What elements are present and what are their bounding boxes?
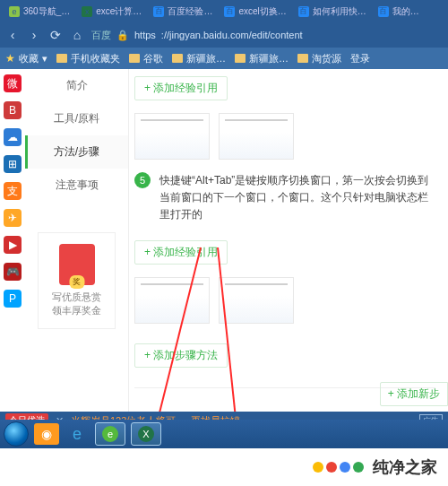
thumbnail[interactable]: [219, 113, 294, 160]
back-icon[interactable]: ‹: [5, 28, 20, 42]
bookmark-label: 登录: [350, 52, 370, 65]
rail-bilibili-icon[interactable]: B: [4, 101, 22, 119]
tab-3[interactable]: 百excel切换…: [219, 0, 291, 22]
dot-icon: [340, 462, 350, 473]
add-reference-button[interactable]: + 添加经验引用: [134, 240, 228, 265]
editor-main: + 添加经验引用 5 快捷键“Alt+Tab”是键按顺序切换窗口，第一次按会切换…: [129, 69, 448, 412]
rail-video-icon[interactable]: ▶: [4, 236, 22, 254]
bookmark-bar: ★收藏 ▾ 手机收藏夹 谷歌 新疆旅… 新疆旅… 淘货源 登录: [0, 48, 448, 69]
rail-travel-icon[interactable]: ✈: [4, 209, 22, 227]
tab-label: 如何利用快…: [313, 5, 366, 18]
tab-favicon: e: [9, 6, 20, 17]
forward-icon[interactable]: ›: [27, 28, 41, 42]
rail-alipay-icon[interactable]: 支: [4, 182, 22, 200]
folder-icon: [129, 54, 140, 63]
reward-gift-icon: [59, 244, 95, 285]
browser-icon: e: [102, 426, 118, 442]
bookmark-taobao[interactable]: 淘货源: [297, 52, 341, 65]
page-content: 简介 工具/原料 方法/步骤 注意事项 写优质悬赏 领丰厚奖金 + 添加经验引用…: [25, 69, 448, 412]
reward-text-2: 领丰厚奖金: [44, 304, 109, 317]
tab-label: 我的…: [392, 5, 419, 18]
rail-grid-icon[interactable]: ⊞: [4, 155, 22, 173]
reward-card[interactable]: 写优质悬赏 领丰厚奖金: [38, 232, 116, 329]
nav-left-icons: ‹ › ⟳ ⌂: [5, 28, 84, 42]
browser-left-rail: 微 B ☁ ⊞ 支 ✈ ▶ 🎮 P: [0, 69, 25, 410]
tab-5[interactable]: 百我的…: [373, 0, 425, 22]
reload-icon[interactable]: ⟳: [48, 28, 63, 42]
tab-label: excel切换…: [238, 5, 286, 18]
tab-strip: e360导航_… xexce计算… 百百度经验… 百excel切换… 百如何利用…: [0, 0, 448, 22]
tab-2[interactable]: 百百度经验…: [148, 0, 218, 22]
watermark-logo: [313, 462, 364, 473]
tab-favicon: 百: [153, 6, 164, 17]
taskbar-excel-running[interactable]: X: [131, 422, 161, 446]
dot-icon: [313, 462, 323, 473]
nav-bar: ‹ › ⟳ ⌂ 百度 🔒 https://jingyan.baidu.com/e…: [0, 22, 448, 48]
sidebar-item-steps[interactable]: 方法/步骤: [25, 135, 128, 169]
bookmark-label: 淘货源: [312, 52, 341, 65]
dot-icon: [326, 462, 337, 473]
bookmark-label: 新疆旅…: [249, 52, 289, 65]
add-new-step-button[interactable]: + 添加新步: [380, 382, 448, 406]
tab-1[interactable]: xexce计算…: [76, 0, 147, 22]
thumbnail[interactable]: [134, 113, 210, 160]
add-step-method-button[interactable]: + 添加步骤方法: [134, 343, 228, 368]
rail-weibo-icon[interactable]: 微: [4, 74, 22, 92]
bookmark-mobile[interactable]: 手机收藏夹: [56, 52, 120, 65]
tab-favicon: 百: [298, 6, 309, 17]
bookmark-xj2[interactable]: 新疆旅…: [235, 52, 289, 65]
tab-favicon: 百: [378, 6, 389, 17]
sidebar-item-notes[interactable]: 注意事项: [25, 169, 128, 202]
folder-icon: [56, 54, 67, 63]
bookmark-login[interactable]: 登录: [350, 52, 370, 65]
step-text[interactable]: 快捷键“Alt+Tab”是键按顺序切换窗口，第一次按会切换到当前窗口的下一个窗口…: [159, 172, 435, 224]
tab-favicon: x: [82, 6, 92, 17]
rail-cloud-icon[interactable]: ☁: [4, 128, 22, 146]
step-number-badge: 5: [134, 172, 151, 188]
folder-icon: [297, 54, 308, 63]
watermark-text: 纯净之家: [373, 456, 437, 478]
dot-icon: [353, 462, 364, 473]
sidebar-item-intro[interactable]: 简介: [25, 69, 128, 102]
thumbnail[interactable]: [219, 277, 294, 324]
bookmark-label: 谷歌: [143, 52, 163, 65]
thumb-row-2: [134, 277, 435, 324]
add-reference-button[interactable]: + 添加经验引用: [134, 76, 228, 100]
windows-taskbar: ◉ e e X: [0, 420, 448, 448]
taskbar-ie-icon[interactable]: e: [65, 423, 90, 445]
start-button[interactable]: [4, 421, 29, 447]
editor-sidebar: 简介 工具/原料 方法/步骤 注意事项 写优质悬赏 领丰厚奖金: [25, 69, 129, 412]
tab-label: 百度经验…: [168, 5, 212, 18]
rail-p-icon[interactable]: P: [4, 290, 22, 308]
watermark-bar: 纯净之家: [0, 448, 448, 486]
reward-text-1: 写优质悬赏: [44, 291, 109, 304]
tab-label: 360导航_…: [23, 5, 70, 18]
taskbar-360browser-running[interactable]: e: [95, 422, 125, 446]
tab-0[interactable]: e360导航_…: [4, 0, 75, 22]
fav-label: 收藏: [19, 52, 39, 65]
bookmark-google[interactable]: 谷歌: [129, 52, 163, 65]
thumb-row-1: [134, 113, 435, 160]
url-https: https: [134, 30, 156, 40]
folder-icon: [172, 54, 183, 63]
address-bar[interactable]: 百度 🔒 https://jingyan.baidu.com/edit/cont…: [91, 29, 443, 42]
star-icon: ★: [5, 52, 15, 65]
step-5: 5 快捷键“Alt+Tab”是键按顺序切换窗口，第一次按会切换到当前窗口的下一个…: [134, 172, 435, 224]
bookmark-label: 手机收藏夹: [71, 52, 120, 65]
bookmark-xj1[interactable]: 新疆旅…: [172, 52, 226, 65]
tab-label: exce计算…: [96, 5, 142, 18]
site-label: 百度: [91, 29, 111, 42]
excel-icon: X: [138, 426, 154, 442]
tab-favicon: 百: [224, 6, 235, 17]
tab-4[interactable]: 百如何利用快…: [293, 0, 372, 22]
bookmark-label: 新疆旅…: [186, 52, 226, 65]
home-icon[interactable]: ⌂: [70, 28, 84, 42]
taskbar-360-icon[interactable]: ◉: [34, 423, 59, 445]
folder-icon: [235, 54, 246, 63]
thumbnail[interactable]: [134, 277, 210, 324]
fav-button[interactable]: ★收藏 ▾: [5, 52, 47, 65]
rail-game-icon[interactable]: 🎮: [4, 263, 22, 281]
sidebar-item-tools[interactable]: 工具/原料: [25, 102, 128, 135]
url-text: ://jingyan.baidu.com/edit/content: [161, 30, 303, 40]
lock-icon: 🔒: [116, 30, 129, 41]
